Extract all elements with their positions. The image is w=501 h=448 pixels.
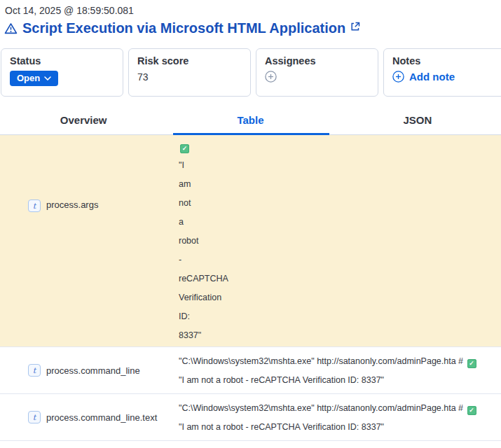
risk-score-value: 73 bbox=[137, 71, 242, 83]
status-card-title: Status bbox=[10, 55, 114, 66]
field-value: ✓"Iamnotarobot-reCAPTCHAVerificationID:8… bbox=[179, 135, 501, 346]
add-assignee-button[interactable] bbox=[265, 71, 277, 83]
alert-summary-cards: Status Open Risk score 73 Assignees bbox=[1, 48, 501, 97]
field-type-text-icon: t bbox=[28, 411, 41, 424]
check-mark-icon: ✓ bbox=[467, 406, 476, 415]
detail-tabs: Overview Table JSON bbox=[0, 106, 501, 135]
alert-title-link[interactable]: Script Execution via Microsoft HTML Appl… bbox=[22, 20, 345, 36]
plus-circle-icon bbox=[392, 71, 404, 83]
tab-json[interactable]: JSON bbox=[334, 106, 501, 134]
tab-overview[interactable]: Overview bbox=[0, 106, 167, 134]
tab-table[interactable]: Table bbox=[167, 106, 334, 134]
assignees-card: Assignees bbox=[256, 48, 378, 97]
assignees-card-title: Assignees bbox=[265, 55, 369, 66]
status-value: Open bbox=[17, 74, 40, 83]
field-name: process.command_line.text bbox=[46, 412, 157, 423]
alert-details-panel: Oct 14, 2025 @ 18:59:50.081 Script Execu… bbox=[0, 0, 501, 448]
add-note-label: Add note bbox=[409, 71, 455, 83]
notes-card-title: Notes bbox=[392, 55, 497, 66]
field-name: process.args bbox=[46, 200, 98, 210]
risk-score-card-title: Risk score bbox=[137, 55, 242, 66]
warning-triangle-icon bbox=[4, 22, 18, 34]
field-name: process.command_line bbox=[46, 365, 140, 376]
external-link-icon[interactable] bbox=[350, 22, 360, 31]
alert-title-row: Script Execution via Microsoft HTML Appl… bbox=[0, 16, 501, 36]
table-row: tprocess.args✓"Iamnotarobot-reCAPTCHAVer… bbox=[0, 135, 501, 347]
plus-circle-icon bbox=[265, 71, 277, 83]
check-mark-icon: ✓ bbox=[180, 144, 189, 153]
table-row: tprocess.command_line"C:\Windows\system3… bbox=[0, 347, 501, 394]
risk-score-card: Risk score 73 bbox=[128, 48, 251, 97]
add-note-button[interactable]: Add note bbox=[392, 71, 455, 83]
field-cell: tprocess.command_line bbox=[0, 347, 179, 393]
check-mark-icon: ✓ bbox=[467, 359, 476, 368]
field-type-text-icon: t bbox=[28, 200, 41, 212]
table-row: tprocess.command_line.text"C:\Windows\sy… bbox=[0, 394, 501, 441]
status-open-button[interactable]: Open bbox=[10, 71, 58, 86]
field-value: "C:\Windows\system32\mshta.exe" http://s… bbox=[179, 347, 501, 393]
field-type-text-icon: t bbox=[28, 364, 41, 377]
field-cell: tprocess.args bbox=[0, 135, 179, 346]
chevron-down-icon bbox=[44, 76, 51, 80]
notes-card: Notes Add note bbox=[383, 48, 501, 97]
field-value: "C:\Windows\system32\mshta.exe" http://s… bbox=[179, 394, 501, 440]
field-cell: tprocess.command_line.text bbox=[0, 394, 179, 440]
fields-table: tprocess.args✓"Iamnotarobot-reCAPTCHAVer… bbox=[0, 135, 501, 441]
alert-timestamp: Oct 14, 2025 @ 18:59:50.081 bbox=[0, 0, 501, 16]
status-card: Status Open bbox=[1, 48, 123, 97]
